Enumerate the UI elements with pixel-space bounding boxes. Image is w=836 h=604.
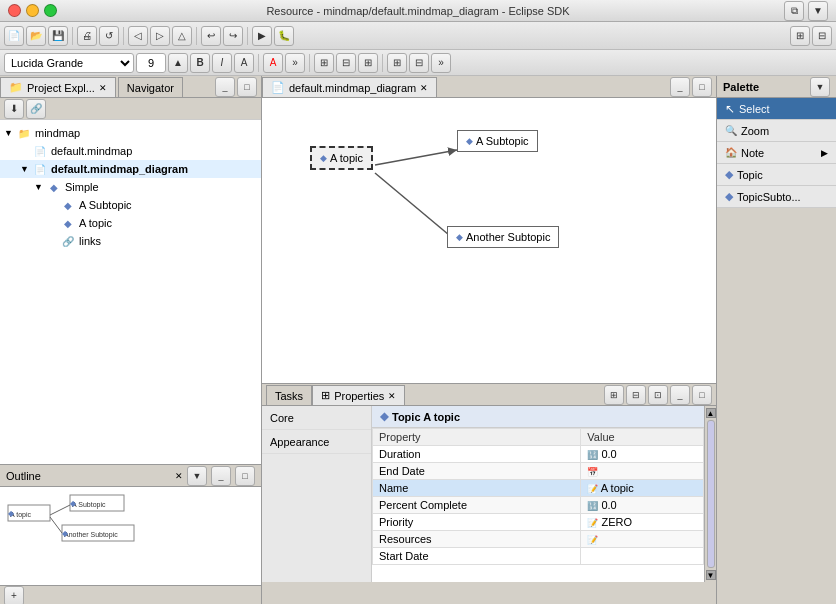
restore-button[interactable]: ⧉ xyxy=(784,1,804,21)
diagram-minimize[interactable]: _ xyxy=(670,77,690,97)
table-row[interactable]: Percent Complete 🔢 0.0 xyxy=(373,497,704,514)
align2-button[interactable]: ⊞ xyxy=(387,53,407,73)
palette-item-topic[interactable]: ◆ Topic xyxy=(717,164,836,186)
link-editor-button[interactable]: 🔗 xyxy=(26,99,46,119)
perspective-button[interactable]: ⊞ xyxy=(790,26,810,46)
undo-button[interactable]: ↩ xyxy=(201,26,221,46)
window-buttons[interactable] xyxy=(8,4,57,17)
outline-maximize[interactable]: □ xyxy=(235,466,255,486)
font-size-up[interactable]: ▲ xyxy=(168,53,188,73)
up-button[interactable]: △ xyxy=(172,26,192,46)
open-button[interactable]: 📂 xyxy=(26,26,46,46)
tab-navigator[interactable]: Navigator xyxy=(118,77,183,97)
tab-close-explorer[interactable]: ✕ xyxy=(99,83,107,93)
outline-minimize[interactable]: _ xyxy=(211,466,231,486)
close-button[interactable] xyxy=(8,4,21,17)
diagram-canvas[interactable]: ◆ A topic ◆ A Subtopic ◆ Another Subtopi… xyxy=(262,98,716,384)
prop-value-priority: 📝 ZERO xyxy=(581,514,704,531)
props-tb3[interactable]: ⊡ xyxy=(648,385,668,405)
tab-properties-close[interactable]: ✕ xyxy=(388,391,396,401)
prop-value-enddate: 📅 xyxy=(581,463,704,480)
table-row[interactable]: Resources 📝 xyxy=(373,531,704,548)
scroll-thumb[interactable] xyxy=(707,420,715,568)
toggle-simple[interactable]: ▼ xyxy=(34,182,46,192)
tab-project-explorer[interactable]: 📁 Project Expl... ✕ xyxy=(0,77,116,97)
titlebar: Resource - mindmap/default.mindmap_diagr… xyxy=(0,0,836,22)
palette-item-zoom[interactable]: 🔍 Zoom xyxy=(717,120,836,142)
grid-button[interactable]: ⊞ xyxy=(358,53,378,73)
tree-item-a-subtopic[interactable]: ◆ A Subtopic xyxy=(0,196,261,214)
tree-item-simple[interactable]: ▼ ◆ Simple xyxy=(0,178,261,196)
redo-button[interactable]: ↪ xyxy=(223,26,243,46)
refresh-button[interactable]: ↺ xyxy=(99,26,119,46)
print-button[interactable]: 🖨 xyxy=(77,26,97,46)
bold-button[interactable]: B xyxy=(190,53,210,73)
tab-tasks[interactable]: Tasks xyxy=(266,385,312,405)
section-appearance[interactable]: Appearance xyxy=(262,430,371,454)
forward-button[interactable]: ▷ xyxy=(150,26,170,46)
tree-item-mindmap[interactable]: ▼ 📁 mindmap xyxy=(0,124,261,142)
table-button[interactable]: ⊟ xyxy=(336,53,356,73)
props-icon: ⊞ xyxy=(321,389,330,402)
palette-label-zoom: Zoom xyxy=(741,125,769,137)
props-tb2[interactable]: ⊟ xyxy=(626,385,646,405)
minimize-button[interactable] xyxy=(26,4,39,17)
tree-item-a-topic[interactable]: ◆ A topic xyxy=(0,214,261,232)
node-label-another-subtopic: Another Subtopic xyxy=(466,231,550,243)
table-row[interactable]: End Date 📅 xyxy=(373,463,704,480)
view-button[interactable]: ⊟ xyxy=(812,26,832,46)
props-minimize[interactable]: _ xyxy=(670,385,690,405)
toggle-default-diagram[interactable]: ▼ xyxy=(20,164,32,174)
run-button[interactable]: ▶ xyxy=(252,26,272,46)
tab-diagram[interactable]: 📄 default.mindmap_diagram ✕ xyxy=(262,77,437,97)
palette-menu[interactable]: ▼ xyxy=(810,77,830,97)
more-button[interactable]: » xyxy=(285,53,305,73)
table-row[interactable]: Priority 📝 ZERO xyxy=(373,514,704,531)
palette-item-topicsubto[interactable]: ◆ TopicSubto... xyxy=(717,186,836,208)
outline-close[interactable]: ✕ xyxy=(175,471,183,481)
separator6 xyxy=(309,54,310,72)
table-row[interactable]: Start Date xyxy=(373,548,704,565)
new-button[interactable]: 📄 xyxy=(4,26,24,46)
color-button[interactable]: A xyxy=(263,53,283,73)
node-another-subtopic[interactable]: ◆ Another Subtopic xyxy=(447,226,559,248)
section-core[interactable]: Core xyxy=(262,406,371,430)
scroll-down[interactable]: ▼ xyxy=(706,570,716,580)
separator1 xyxy=(72,27,73,45)
diagram-maximize[interactable]: □ xyxy=(692,77,712,97)
font-size-input[interactable] xyxy=(136,53,166,73)
palette-item-select[interactable]: ↖ Select xyxy=(717,98,836,120)
node-a-topic[interactable]: ◆ A topic xyxy=(310,146,373,170)
tree-item-default-diagram[interactable]: ▼ 📄 default.mindmap_diagram xyxy=(0,160,261,178)
scrollbar-vertical[interactable]: ▲ ▼ xyxy=(704,406,716,582)
outline-add-button[interactable]: + xyxy=(4,586,24,605)
tab-properties[interactable]: ⊞ Properties ✕ xyxy=(312,385,405,405)
tab-diagram-close[interactable]: ✕ xyxy=(420,83,428,93)
tree-item-links[interactable]: 🔗 links xyxy=(0,232,261,250)
maximize-button[interactable] xyxy=(44,4,57,17)
props-tb1[interactable]: ⊞ xyxy=(604,385,624,405)
node-a-subtopic[interactable]: ◆ A Subtopic xyxy=(457,130,538,152)
table-row[interactable]: Duration 🔢 0.0 xyxy=(373,446,704,463)
palette-item-note[interactable]: 🏠 Note ▶ xyxy=(717,142,836,164)
distribute-button[interactable]: ⊟ xyxy=(409,53,429,73)
collapse-all-button[interactable]: ⬇ xyxy=(4,99,24,119)
tree-item-default-mindmap[interactable]: 📄 default.mindmap xyxy=(0,142,261,160)
viewmenu-button[interactable]: ▼ xyxy=(808,1,828,21)
maximize-panel-button[interactable]: □ xyxy=(237,77,257,97)
svg-text:◆: ◆ xyxy=(70,499,77,508)
italic-button[interactable]: I xyxy=(212,53,232,73)
save-button[interactable]: 💾 xyxy=(48,26,68,46)
debug-button[interactable]: 🐛 xyxy=(274,26,294,46)
insert-button[interactable]: ⊞ xyxy=(314,53,334,73)
props-maximize[interactable]: □ xyxy=(692,385,712,405)
table-row[interactable]: Name 📝 A topic xyxy=(373,480,704,497)
font-family-select[interactable]: Lucida Grande xyxy=(4,53,134,73)
more2-button[interactable]: » xyxy=(431,53,451,73)
outline-menu[interactable]: ▼ xyxy=(187,466,207,486)
scroll-up[interactable]: ▲ xyxy=(706,408,716,418)
back-button[interactable]: ◁ xyxy=(128,26,148,46)
align-left-button[interactable]: A xyxy=(234,53,254,73)
minimize-panel-button[interactable]: _ xyxy=(215,77,235,97)
toggle-mindmap[interactable]: ▼ xyxy=(4,128,16,138)
